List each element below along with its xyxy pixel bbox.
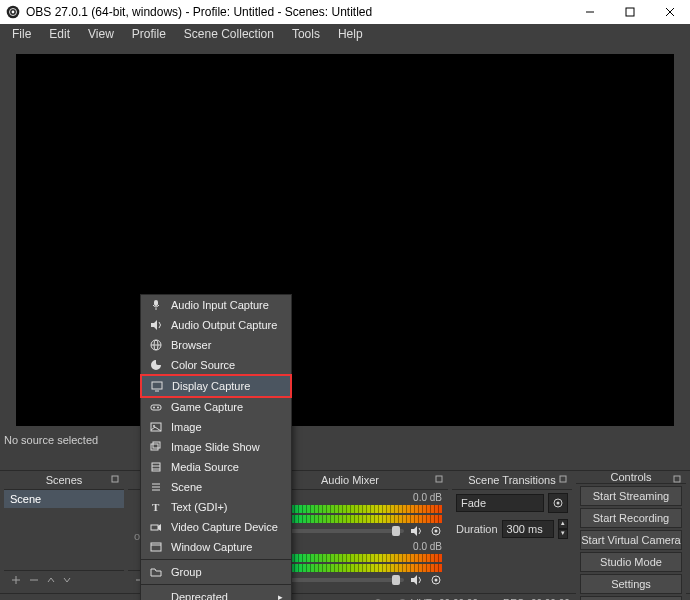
minimize-button[interactable] <box>570 0 610 24</box>
menu-audio-output-capture[interactable]: Audio Output Capture <box>141 315 291 335</box>
exit-button[interactable]: Exit <box>580 596 682 600</box>
menu-window-capture[interactable]: Window Capture <box>141 537 291 557</box>
menu-item-label: Scene <box>171 481 202 493</box>
maximize-button[interactable] <box>610 0 650 24</box>
separator <box>141 559 291 560</box>
transitions-title: Scene Transitions <box>468 474 555 486</box>
camera-icon <box>149 521 163 533</box>
scenes-title: Scenes <box>46 474 83 486</box>
svg-point-2 <box>12 11 15 14</box>
menu-item-label: Deprecated <box>171 591 228 600</box>
menu-scene[interactable]: Scene <box>141 477 291 497</box>
svg-rect-38 <box>153 442 160 448</box>
menu-browser[interactable]: Browser <box>141 335 291 355</box>
svg-rect-37 <box>151 444 158 450</box>
speaker-icon[interactable] <box>410 525 424 537</box>
svg-rect-46 <box>151 525 158 530</box>
settings-button[interactable]: Settings <box>580 574 682 594</box>
menu-item-label: Browser <box>171 339 211 351</box>
menu-item-label: Media Source <box>171 461 239 473</box>
menu-scene-collection[interactable]: Scene Collection <box>176 25 282 43</box>
menu-bar: FileEditViewProfileScene CollectionTools… <box>0 24 690 44</box>
controls-title: Controls <box>611 471 652 483</box>
gear-icon[interactable] <box>548 493 568 513</box>
window-title: OBS 27.0.1 (64-bit, windows) - Profile: … <box>26 5 372 19</box>
menu-item-label: Image <box>171 421 202 433</box>
no-source-label: No source selected <box>0 432 690 452</box>
popout-icon[interactable] <box>110 474 120 484</box>
svg-rect-32 <box>151 405 161 410</box>
menu-audio-input-capture[interactable]: Audio Input Capture <box>141 295 291 315</box>
monitor-icon <box>150 380 164 392</box>
minus-icon[interactable] <box>28 574 40 586</box>
speaker-icon <box>149 319 163 331</box>
track-level: 0.0 dB <box>413 492 442 503</box>
popout-icon[interactable] <box>434 474 444 484</box>
menu-game-capture[interactable]: Game Capture <box>141 397 291 417</box>
menu-image-slide-show[interactable]: Image Slide Show <box>141 437 291 457</box>
menu-tools[interactable]: Tools <box>284 25 328 43</box>
svg-text:T: T <box>152 501 160 513</box>
close-button[interactable] <box>650 0 690 24</box>
menu-item-label: Display Capture <box>172 380 250 392</box>
menu-color-source[interactable]: Color Source <box>141 355 291 375</box>
popout-icon[interactable] <box>672 474 682 484</box>
controls-panel: Controls Start StreamingStart RecordingS… <box>576 471 686 589</box>
gamepad-icon <box>149 401 163 413</box>
folder-icon <box>149 566 163 578</box>
svg-rect-23 <box>674 476 680 482</box>
start-recording-button[interactable]: Start Recording <box>580 508 682 528</box>
palette-icon <box>149 359 163 371</box>
window-titlebar: OBS 27.0.1 (64-bit, windows) - Profile: … <box>0 0 690 24</box>
start-streaming-button[interactable]: Start Streaming <box>580 486 682 506</box>
menu-file[interactable]: File <box>4 25 39 43</box>
obs-logo-icon <box>6 5 20 19</box>
menu-text-gdi-[interactable]: TText (GDI+) <box>141 497 291 517</box>
menu-profile[interactable]: Profile <box>124 25 174 43</box>
film-icon <box>149 461 163 473</box>
svg-rect-20 <box>560 476 566 482</box>
popout-icon[interactable] <box>558 474 568 484</box>
menu-item-label: Text (GDI+) <box>171 501 228 513</box>
svg-rect-30 <box>152 382 162 389</box>
gear-icon[interactable] <box>430 574 442 586</box>
menu-edit[interactable]: Edit <box>41 25 78 43</box>
menu-group[interactable]: Group <box>141 562 291 582</box>
svg-rect-7 <box>112 476 118 482</box>
menu-display-capture[interactable]: Display Capture <box>140 374 292 398</box>
mic-icon <box>149 299 163 311</box>
menu-item-label: Video Capture Device <box>171 521 278 533</box>
menu-deprecated[interactable]: Deprecated <box>141 587 291 600</box>
menu-item-label: Window Capture <box>171 541 252 553</box>
menu-item-label: Image Slide Show <box>171 441 260 453</box>
slides-icon <box>149 441 163 453</box>
plus-icon[interactable] <box>10 574 22 586</box>
down-icon[interactable] <box>62 575 72 585</box>
studio-mode-button[interactable]: Studio Mode <box>580 552 682 572</box>
svg-rect-4 <box>626 8 634 16</box>
svg-rect-48 <box>151 543 161 551</box>
gear-icon[interactable] <box>430 525 442 537</box>
menu-item-label: Group <box>171 566 202 578</box>
menu-view[interactable]: View <box>80 25 122 43</box>
start-virtual-camera-button[interactable]: Start Virtual Camera <box>580 530 682 550</box>
preview-canvas[interactable] <box>16 54 674 426</box>
menu-item-label: Audio Input Capture <box>171 299 269 311</box>
menu-item-label: Game Capture <box>171 401 243 413</box>
up-icon[interactable] <box>46 575 56 585</box>
scene-list-item[interactable]: Scene <box>4 490 124 508</box>
duration-input[interactable]: 300 ms <box>502 520 554 538</box>
svg-point-16 <box>435 530 438 533</box>
speaker-icon[interactable] <box>410 574 424 586</box>
svg-point-33 <box>153 407 155 409</box>
text-icon: T <box>149 501 163 513</box>
duration-spinner[interactable]: ▴▾ <box>558 519 568 539</box>
menu-video-capture-device[interactable]: Video Capture Device <box>141 517 291 537</box>
menu-media-source[interactable]: Media Source <box>141 457 291 477</box>
window-icon <box>149 541 163 553</box>
menu-image[interactable]: Image <box>141 417 291 437</box>
transition-select[interactable]: Fade <box>456 494 544 512</box>
menu-help[interactable]: Help <box>330 25 371 43</box>
svg-marker-14 <box>411 526 417 536</box>
source-properties-bar: Filters <box>0 452 690 471</box>
